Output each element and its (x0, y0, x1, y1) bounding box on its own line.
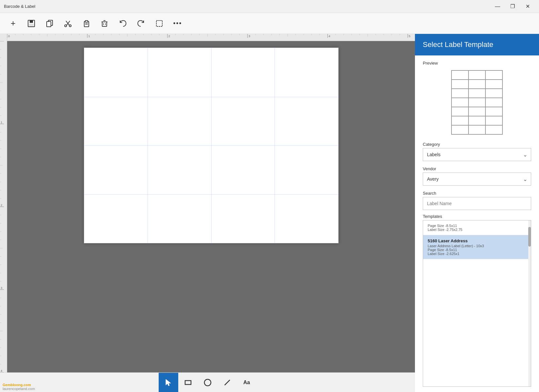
search-label: Search (423, 191, 531, 196)
category-select[interactable]: Labels Business Cards Envelopes Name Bad… (423, 148, 531, 161)
preview-cell (468, 89, 485, 98)
text-tool-button[interactable]: Aa (237, 373, 257, 392)
vendor-select[interactable]: Avery Dymo Brother Zebra (423, 173, 531, 186)
watermark: Gembloong.com laurencopeland.com (3, 383, 35, 391)
canvas-area: 012345 1234 (0, 34, 415, 392)
main-content: 012345 1234 (0, 34, 539, 392)
template-item-first-desc1: Page Size -8.5x11 (428, 224, 526, 228)
scroll-thumb[interactable] (528, 227, 531, 247)
template-item-5160-desc3: Label Size -2.625x1 (428, 252, 526, 256)
svg-line-123 (225, 380, 230, 385)
preview-section: Preview (423, 61, 531, 138)
preview-cell (468, 70, 485, 80)
svg-rect-18 (156, 21, 162, 26)
panel-body: Preview (415, 55, 539, 392)
template-item-5160[interactable]: 5160 Laser Address Laser Address Label (… (423, 235, 531, 259)
templates-label: Templates (423, 214, 531, 219)
label-preview-grid (451, 70, 503, 135)
svg-point-122 (204, 379, 211, 386)
svg-text:0: 0 (8, 35, 10, 38)
add-button[interactable]: + (5, 16, 21, 31)
select-tool-button[interactable] (159, 373, 178, 392)
ellipse-tool-button[interactable] (198, 373, 217, 392)
svg-text:1: 1 (1, 121, 2, 124)
grid-line (275, 48, 275, 243)
svg-rect-4 (47, 22, 51, 27)
preview-cell (452, 116, 468, 125)
app-title: Barcode & Label (4, 4, 35, 9)
svg-text:3: 3 (1, 286, 2, 290)
more-button[interactable]: ••• (170, 16, 185, 31)
preview-cell (452, 80, 468, 89)
template-item-5160-desc2: Page Size -8.5x11 (428, 248, 526, 252)
category-label: Category (423, 142, 531, 147)
restore-button[interactable]: ❐ (505, 0, 520, 13)
title-bar-controls: — ❐ ✕ (490, 0, 535, 13)
preview-cell (468, 125, 485, 134)
preview-cell (485, 89, 502, 98)
title-bar: Barcode & Label — ❐ ✕ (0, 0, 539, 13)
svg-text:5: 5 (409, 35, 410, 38)
toolbar: + (0, 13, 539, 34)
watermark-line1: Gembloong.com (3, 383, 35, 387)
redo-button[interactable] (133, 16, 149, 31)
preview-container (423, 67, 531, 138)
preview-cell (452, 125, 468, 134)
vendor-dropdown-wrapper: Avery Dymo Brother Zebra ⌄ (423, 173, 531, 186)
ruler-vertical: 1234 (0, 41, 7, 372)
watermark-line2: laurencopeland.com (3, 387, 35, 391)
preview-cell (485, 80, 502, 89)
save-button[interactable] (24, 16, 39, 31)
grid-line (211, 48, 212, 243)
vendor-label: Vendor (423, 166, 531, 171)
preview-cell (468, 80, 485, 89)
preview-cell (485, 70, 502, 80)
template-item-first[interactable]: Page Size -8.5x11 Label Size -2.75x2.75 (423, 220, 531, 235)
right-panel: Select Label Template Preview (415, 34, 539, 392)
frame-button[interactable] (151, 16, 167, 31)
minimize-button[interactable]: — (490, 0, 505, 13)
paste-button[interactable] (78, 16, 94, 31)
copy-button[interactable] (42, 16, 57, 31)
category-dropdown-wrapper: Labels Business Cards Envelopes Name Bad… (423, 148, 531, 161)
preview-cell (468, 98, 485, 107)
ruler-horizontal: 012345 (7, 34, 415, 41)
svg-text:3: 3 (248, 35, 250, 38)
preview-cell (452, 98, 468, 107)
svg-point-7 (65, 25, 67, 27)
preview-cell (485, 98, 502, 107)
title-bar-left: Barcode & Label (4, 4, 35, 9)
preview-label: Preview (423, 61, 531, 66)
delete-button[interactable] (97, 16, 112, 31)
preview-cell (452, 70, 468, 80)
templates-list: Page Size -8.5x11 Label Size -2.75x2.75 … (423, 220, 531, 387)
grid-line (148, 48, 148, 243)
svg-text:4: 4 (329, 35, 330, 38)
search-section: Search (423, 191, 531, 210)
svg-rect-13 (102, 22, 107, 26)
search-input[interactable] (423, 197, 531, 210)
canvas-wrapper[interactable] (7, 41, 415, 372)
ruler-corner (0, 34, 7, 41)
svg-rect-10 (85, 21, 88, 22)
svg-rect-1 (30, 20, 33, 23)
category-section: Category Labels Business Cards Envelopes… (423, 142, 531, 162)
rectangle-tool-button[interactable] (178, 373, 198, 392)
undo-button[interactable] (115, 16, 131, 31)
preview-cell (452, 89, 468, 98)
templates-section: Templates Page Size -8.5x11 Label Size -… (423, 214, 531, 387)
label-canvas (84, 48, 339, 243)
panel-header: Select Label Template (415, 34, 539, 55)
preview-cell (468, 116, 485, 125)
preview-cell (468, 107, 485, 116)
bottom-toolbar: Gembloong.com laurencopeland.com (0, 372, 415, 392)
preview-cell (452, 107, 468, 116)
close-button[interactable]: ✕ (520, 0, 535, 13)
scrollbar[interactable] (528, 220, 531, 386)
cut-button[interactable] (60, 16, 76, 31)
preview-cell (485, 125, 502, 134)
svg-text:1: 1 (88, 35, 90, 38)
svg-rect-121 (185, 381, 191, 384)
line-tool-button[interactable] (217, 373, 237, 392)
svg-text:2: 2 (168, 35, 170, 38)
